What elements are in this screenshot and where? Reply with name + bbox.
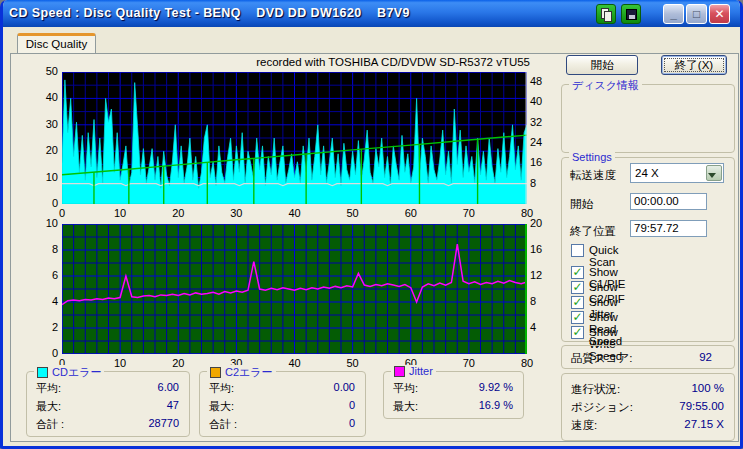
tick-label: 10 [108, 207, 132, 219]
start-position-label: 開始 [570, 197, 593, 212]
jitter-caption: Jitter [391, 365, 436, 377]
tick-label: 70 [457, 357, 481, 369]
end-position-label: 終了位置 [570, 224, 616, 239]
avg-value: 6.00 [158, 381, 179, 393]
transfer-speed-label: 転送速度 [570, 168, 616, 183]
maximize-button[interactable]: □ [686, 4, 707, 24]
tick-label: 20 [530, 217, 542, 229]
speed-value: 27.15 X [684, 418, 724, 430]
tick-label: 8 [28, 243, 58, 255]
progress-group: 進行状況: 100 % ポジション: 79:55.00 速度: 27.15 X [561, 373, 735, 441]
tick-label: 30 [28, 118, 58, 130]
tick-label: 6 [28, 269, 58, 281]
jitter-legend-swatch [394, 366, 405, 377]
avg-value: 9.92 % [479, 381, 513, 393]
start-button[interactable]: 開始 [566, 55, 638, 75]
tick-label: 20 [166, 357, 190, 369]
tick-label: 40 [283, 357, 307, 369]
titlebar[interactable]: CD Speed : Disc Quality Test - BENQ DVD … [0, 0, 743, 27]
tick-label: 16 [530, 156, 542, 168]
progress-label: 進行状況: [571, 382, 620, 397]
tick-label: 50 [341, 357, 365, 369]
exit-button[interactable]: 終了(X) [661, 55, 727, 75]
chart-header: recorded with TOSHIBA CD/DVDW SD-R5372 v… [203, 56, 530, 68]
disc-info-group: ディスク情報 タイプ: Data CD ID: unknown 日付: 27 A… [561, 84, 735, 153]
tick-label: 50 [341, 207, 365, 219]
tick-label: 8 [530, 295, 536, 307]
tick-label: 10 [28, 217, 58, 229]
disc-info-caption: ディスク情報 [569, 78, 642, 93]
window-title: CD Speed : Disc Quality Test - BENQ DVD … [9, 6, 410, 20]
max-label: 最大: [36, 399, 61, 414]
tick-label: 48 [530, 75, 542, 87]
quality-score-value: 92 [699, 351, 712, 363]
start-position-field[interactable]: 00:00.00 [630, 193, 707, 210]
top-chart-plot [62, 72, 527, 204]
tick-label: 4 [28, 295, 58, 307]
tick-label: 8 [530, 177, 536, 189]
tick-label: 32 [530, 116, 542, 128]
floppy-disk-icon[interactable] [621, 4, 641, 24]
jitter-stats-group: Jitter 平均:9.92 % 最大:16.9 % [383, 371, 524, 419]
tick-label: 40 [283, 207, 307, 219]
position-label: ポジション: [571, 400, 633, 415]
tick-label: 12 [530, 269, 542, 281]
end-position-field[interactable]: 79:57.72 [630, 220, 707, 237]
total-value: 0 [349, 417, 355, 429]
max-label: 最大: [393, 399, 418, 414]
minimize-button[interactable]: _ [663, 4, 684, 24]
c1-legend-swatch [37, 367, 48, 378]
max-label: 最大: [209, 399, 234, 414]
settings-group: Settings [561, 157, 735, 342]
quality-score-label: 品質スコア: [571, 351, 633, 366]
max-value: 16.9 % [479, 399, 513, 411]
tick-label: 80 [515, 357, 539, 369]
tick-label: 20 [166, 207, 190, 219]
transfer-speed-select[interactable]: 24 X [630, 163, 724, 183]
avg-label: 平均: [36, 381, 61, 396]
tick-label: 20 [28, 144, 58, 156]
tick-label: 16 [530, 243, 542, 255]
tick-label: 40 [28, 91, 58, 103]
total-value: 28770 [148, 417, 179, 429]
c2-legend-swatch [210, 367, 221, 378]
tick-label: 2 [28, 321, 58, 333]
c1-error-stats-group: CDエラー 平均:6.00 最大:47 合計 :28770 [26, 371, 190, 437]
avg-label: 平均: [209, 381, 234, 396]
tick-label: 30 [224, 207, 248, 219]
avg-value: 0.00 [334, 381, 355, 393]
total-label: 合計 : [209, 417, 237, 432]
tab-disc-quality[interactable]: Disc Quality [17, 33, 96, 54]
app-window: CD Speed : Disc Quality Test - BENQ DVD … [0, 0, 743, 449]
position-value: 79:55.00 [679, 400, 724, 412]
total-label: 合計 : [36, 417, 64, 432]
quality-score-group: 品質スコア: 92 [561, 345, 735, 369]
chevron-down-icon[interactable] [706, 165, 722, 181]
tick-label: 40 [530, 95, 542, 107]
max-value: 0 [349, 399, 355, 411]
tick-label: 10 [108, 357, 132, 369]
c2-error-caption: C2エラー [207, 365, 276, 380]
max-value: 47 [167, 399, 179, 411]
tick-label: 70 [457, 207, 481, 219]
close-button[interactable]: ✕ [709, 4, 730, 24]
avg-label: 平均: [393, 381, 418, 396]
tick-label: 4 [530, 321, 536, 333]
progress-value: 100 % [691, 382, 724, 394]
client-area: Disc Quality recorded with TOSHIBA CD/DV… [3, 27, 740, 446]
tick-label: 50 [28, 65, 58, 77]
c1-error-caption: CDエラー [34, 365, 104, 380]
c2-error-stats-group: C2エラー 平均:0.00 最大:0 合計 :0 [199, 371, 366, 437]
documents-icon[interactable] [596, 4, 616, 24]
tick-label: 60 [399, 207, 423, 219]
settings-caption: Settings [569, 151, 615, 163]
speed-label: 速度: [571, 418, 597, 433]
tick-label: 10 [28, 171, 58, 183]
bottom-chart-plot [62, 224, 527, 354]
tick-label: 24 [530, 136, 542, 148]
